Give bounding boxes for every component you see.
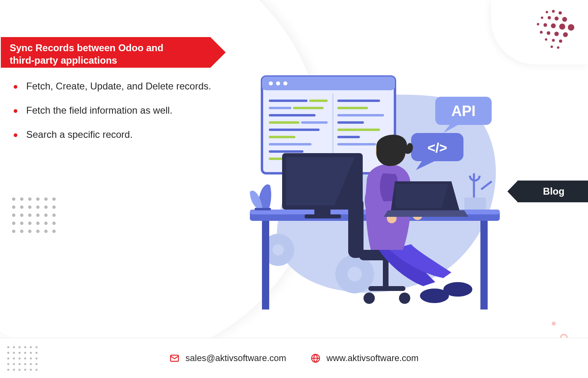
- banner-arrow: [210, 37, 226, 68]
- svg-point-29: [283, 81, 287, 85]
- svg-point-5: [555, 17, 559, 21]
- svg-text:</>: </>: [427, 140, 447, 155]
- list-item: Fetch, Create, Update, and Delete record…: [11, 81, 229, 92]
- decorative-dot-grid: [12, 197, 56, 233]
- feature-list: Fetch, Create, Update, and Delete record…: [11, 81, 229, 153]
- svg-point-11: [568, 24, 574, 31]
- svg-rect-67: [383, 260, 389, 289]
- svg-point-1: [552, 10, 555, 13]
- page-canvas: Sync Records between Odoo and third-part…: [0, 0, 588, 378]
- svg-point-68: [364, 293, 375, 304]
- svg-rect-60: [305, 214, 341, 218]
- svg-point-8: [544, 23, 547, 27]
- accent-dot-icon: [552, 322, 556, 326]
- hero-illustration: API </>: [234, 60, 516, 322]
- svg-rect-61: [464, 197, 486, 210]
- svg-rect-64: [255, 208, 271, 210]
- banner-line-2: third-party applications: [10, 55, 117, 66]
- list-item-label: Search a specific record.: [26, 129, 133, 140]
- headline-banner: Sync Records between Odoo and third-part…: [1, 37, 210, 68]
- blog-badge: Blog: [507, 181, 588, 202]
- brand-logo-icon: [522, 9, 574, 53]
- svg-point-17: [552, 39, 555, 42]
- svg-point-15: [563, 32, 568, 37]
- decorative-mask: [0, 0, 248, 33]
- bullet-dot-icon: [14, 85, 17, 89]
- list-item: Fetch the field information as well.: [11, 105, 229, 116]
- svg-text:API: API: [451, 103, 476, 119]
- footer-website-text: www.aktivsoftware.com: [326, 353, 419, 363]
- svg-rect-59: [314, 210, 330, 215]
- bullet-dot-icon: [14, 109, 17, 113]
- svg-point-13: [547, 31, 551, 35]
- globe-icon: [310, 353, 321, 363]
- list-item-label: Fetch, Create, Update, and Delete record…: [26, 81, 211, 92]
- svg-point-4: [548, 16, 551, 19]
- svg-rect-56: [262, 221, 269, 309]
- list-item: Search a specific record.: [11, 129, 229, 140]
- svg-point-20: [557, 46, 559, 49]
- svg-point-22: [272, 244, 284, 255]
- svg-point-69: [399, 293, 410, 304]
- svg-point-9: [551, 23, 556, 28]
- list-item-label: Fetch the field information as well.: [26, 105, 172, 116]
- svg-point-14: [555, 32, 559, 36]
- svg-point-28: [276, 81, 280, 85]
- bullet-dot-icon: [14, 133, 17, 137]
- svg-rect-66: [348, 197, 364, 258]
- svg-point-7: [537, 23, 539, 25]
- brand-logo-corner: [491, 0, 588, 64]
- svg-point-27: [269, 81, 273, 85]
- svg-point-12: [540, 31, 543, 34]
- svg-rect-26: [262, 77, 395, 90]
- banner-line-1: Sync Records between Odoo and: [10, 42, 163, 53]
- svg-point-3: [541, 17, 543, 19]
- footer-website[interactable]: www.aktivsoftware.com: [310, 353, 419, 363]
- footer-email-text: sales@aktivsoftware.com: [185, 353, 286, 363]
- svg-point-19: [551, 46, 553, 48]
- svg-point-10: [559, 24, 565, 30]
- decorative-dot-grid-small: [7, 346, 37, 371]
- svg-point-18: [559, 39, 562, 43]
- svg-point-16: [545, 38, 547, 41]
- badge-label: Blog: [507, 181, 588, 202]
- svg-rect-57: [480, 221, 488, 309]
- svg-point-6: [562, 17, 567, 22]
- footer-bar: sales@aktivsoftware.com www.aktivsoftwar…: [0, 338, 588, 378]
- svg-point-2: [559, 11, 562, 15]
- footer-email[interactable]: sales@aktivsoftware.com: [169, 353, 286, 363]
- svg-point-0: [546, 11, 548, 13]
- svg-point-71: [443, 282, 472, 297]
- svg-point-24: [347, 267, 362, 281]
- mail-icon: [169, 353, 180, 363]
